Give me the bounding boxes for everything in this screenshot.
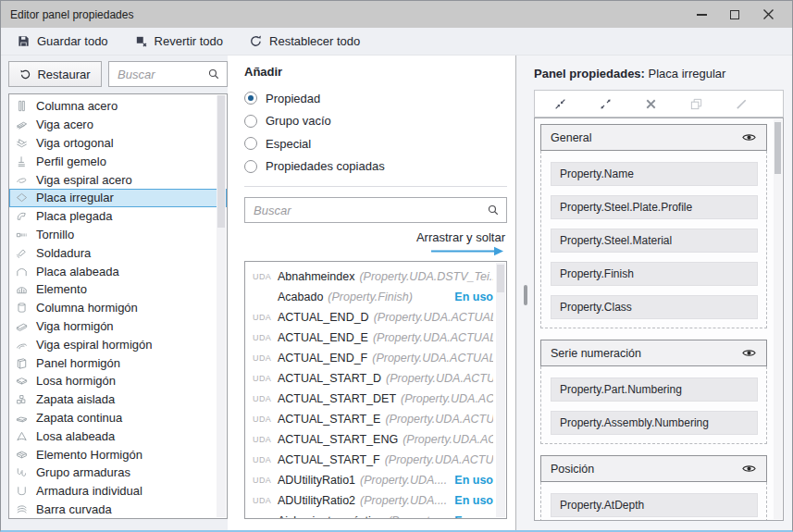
radio-indicator[interactable] xyxy=(244,160,257,173)
radio-propiedad[interactable]: Propiedad xyxy=(244,87,507,110)
object-type-list-scrollbar[interactable] xyxy=(217,95,226,517)
object-type-losa-hormigon[interactable]: Losa hormigón xyxy=(9,372,227,390)
object-type-viga-hormigon[interactable]: Viga hormigón xyxy=(9,317,227,336)
property-row-actual-start-d[interactable]: UDAACTUAL_START_D(Property.UDA.ACTU... xyxy=(245,368,506,389)
object-type-viga-ortogonal[interactable]: Viga ortogonal xyxy=(9,134,227,153)
property-row-actual-end-f[interactable]: UDAACTUAL_END_F(Property.UDA.ACTUAL... xyxy=(245,348,506,368)
radio-especial[interactable]: Especial xyxy=(244,132,507,155)
close-button[interactable] xyxy=(751,1,785,28)
eye-icon[interactable] xyxy=(741,345,757,361)
object-type-columna-acero[interactable]: Columna acero xyxy=(9,97,227,116)
save-all-button[interactable]: Guardar todo xyxy=(17,34,108,48)
radio-grupo-vacio[interactable]: Grupo vacío xyxy=(244,110,507,133)
preview-scrollbar[interactable] xyxy=(774,119,782,519)
group-title: General xyxy=(551,131,591,144)
pad-footing-icon xyxy=(15,392,29,406)
property-row-actual-start-e[interactable]: UDAACTUAL_START_E(Property.UDA.ACTU... xyxy=(245,409,506,429)
group-header[interactable]: Serie numeración xyxy=(540,340,767,366)
object-type-columna-hormigon[interactable]: Columna hormigón xyxy=(9,299,227,317)
radio-indicator[interactable] xyxy=(244,92,257,105)
object-type-placa-alabeada[interactable]: Placa alabeada xyxy=(9,262,227,280)
concrete-beam-icon xyxy=(15,319,29,333)
field-property-name[interactable]: Property.Name xyxy=(551,162,758,186)
radio-indicator[interactable] xyxy=(244,137,257,150)
object-type-soldadura[interactable]: Soldadura xyxy=(9,243,227,262)
scrollbar-thumb[interactable] xyxy=(774,122,781,174)
property-list-scrollbar[interactable] xyxy=(496,263,505,517)
group-body: Property.Part.NumberingProperty.Assembly… xyxy=(540,366,767,444)
group-body: Property.NameProperty.Steel.Plate.Profil… xyxy=(540,151,767,328)
minimize-button[interactable] xyxy=(685,1,718,28)
maximize-button[interactable] xyxy=(718,1,751,28)
object-type-perfil-gemelo[interactable]: Perfil gemelo xyxy=(9,152,227,170)
property-name: ACTUAL_START_ENG xyxy=(278,433,398,446)
object-type-label: Losa hormigón xyxy=(36,374,116,388)
object-type-zapata-aislada[interactable]: Zapata aislada xyxy=(9,390,227,409)
editor-window: Editor panel propiedades Guardar todoRev… xyxy=(0,0,793,532)
restore-button[interactable]: Restaurar xyxy=(8,61,102,87)
object-type-label: Losa alabeada xyxy=(36,429,115,443)
object-type-losa-alabeada[interactable]: Losa alabeada xyxy=(9,427,227,445)
object-type-grupo-armaduras[interactable]: Grupo armaduras xyxy=(9,464,227,482)
scrollbar-thumb[interactable] xyxy=(217,95,225,228)
eye-icon[interactable] xyxy=(741,130,757,145)
property-row-actual-end-e[interactable]: UDAACTUAL_END_E(Property.UDA.ACTUAL... xyxy=(245,328,506,348)
property-row-adutilityratio1[interactable]: UDAADUtilityRatio1(Property.UDA....En us… xyxy=(245,470,506,490)
property-search-input[interactable] xyxy=(244,197,507,223)
property-row-actual-start-eng[interactable]: UDAACTUAL_START_ENG(Property.UDA.AC... xyxy=(245,429,506,450)
field-property-class[interactable]: Property.Class xyxy=(551,295,758,319)
object-type-panel-hormigon[interactable]: Panel hormigón xyxy=(9,353,227,372)
property-row-actual-end-d[interactable]: UDAACTUAL_END_D(Property.UDA.ACTUAL... xyxy=(245,307,506,328)
in-use-badge: En uso xyxy=(454,291,493,303)
field-property-steel-material[interactable]: Property.Steel.Material xyxy=(551,229,758,253)
group-header[interactable]: General xyxy=(540,124,767,151)
object-type-item[interactable] xyxy=(9,518,227,519)
edit-button[interactable] xyxy=(719,92,764,116)
object-type-placa-plegada[interactable]: Placa plegada xyxy=(9,207,227,226)
property-row-abnahmeindex[interactable]: UDAAbnahmeindex(Property.UDA.DSTV_Tei... xyxy=(245,266,506,287)
property-path: (Property.UDA.ACTU... xyxy=(386,372,493,385)
radio-propiedades-copiadas[interactable]: Propiedades copiadas xyxy=(244,155,507,179)
group-header[interactable]: Posición xyxy=(540,455,767,482)
radio-label: Propiedades copiadas xyxy=(266,159,385,173)
property-row-actual-start-f[interactable]: UDAACTUAL_START_F(Property.UDA.ACTU... xyxy=(245,450,506,470)
object-type-zapata-continua[interactable]: Zapata continua xyxy=(9,409,227,427)
field-property-assembly-numbering[interactable]: Property.Assembly.Numbering xyxy=(551,411,758,435)
object-type-viga-acero[interactable]: Viga acero xyxy=(9,116,227,134)
duplicate-button[interactable] xyxy=(674,92,719,116)
object-type-tornillo[interactable]: Tornillo xyxy=(9,226,227,244)
radio-label: Propiedad xyxy=(266,92,320,105)
object-type-viga-espiral-acero[interactable]: Viga espiral acero xyxy=(9,170,227,189)
property-row-actual-start-det[interactable]: UDAACTUAL_START_DET(Property.UDA.AC... xyxy=(245,389,506,409)
radio-indicator[interactable] xyxy=(244,115,257,128)
property-row-adutilityratio2[interactable]: UDAADUtilityRatio2(Property.UDA....En us… xyxy=(245,490,506,511)
field-property-finish[interactable]: Property.Finish xyxy=(551,262,758,286)
object-type-elemento-hormigon[interactable]: Elemento Hormigón xyxy=(9,445,227,464)
eye-icon[interactable] xyxy=(741,461,757,476)
maximize-icon xyxy=(730,10,739,19)
object-type-placa-irregular[interactable]: Placa irregular xyxy=(9,189,227,207)
scrollbar-thumb[interactable] xyxy=(497,265,504,292)
object-type-elemento[interactable]: Elemento xyxy=(9,280,227,299)
property-row-aislamiento-acustico[interactable]: UDAAislamiento acústico(Property....En u… xyxy=(245,511,506,519)
reset-all-button[interactable]: Restablecer todo xyxy=(249,34,360,48)
revert-all-button[interactable]: Revertir todo xyxy=(134,34,223,48)
field-property-atdepth[interactable]: Property.AtDepth xyxy=(551,493,758,517)
collapse-all-button[interactable] xyxy=(538,92,583,116)
expand-all-button[interactable] xyxy=(583,92,628,116)
expand-all-icon xyxy=(599,97,613,111)
uda-badge: UDA xyxy=(253,435,278,444)
object-type-viga-espiral-hormigon[interactable]: Viga espiral hormigón xyxy=(9,335,227,353)
preview-side-scrollbar-thumb[interactable] xyxy=(524,285,527,305)
property-path: (Property.... xyxy=(388,514,447,519)
property-row-acabado[interactable]: Acabado(Property.Finish)En uso xyxy=(245,287,506,307)
object-type-barra-curvada[interactable]: Barra curvada xyxy=(9,501,227,519)
field-property-part-numbering[interactable]: Property.Part.Numbering xyxy=(551,377,758,402)
reset-icon xyxy=(249,34,263,48)
field-property-steel-plate-profile[interactable]: Property.Steel.Plate.Profile xyxy=(551,195,758,219)
object-type-armadura-individual[interactable]: Armadura individual xyxy=(9,482,227,501)
object-type-label: Viga espiral acero xyxy=(36,173,132,187)
curved-bar-icon xyxy=(15,502,29,516)
group-posicion: PosiciónProperty.AtDepth xyxy=(540,455,767,521)
delete-button[interactable] xyxy=(628,92,674,116)
